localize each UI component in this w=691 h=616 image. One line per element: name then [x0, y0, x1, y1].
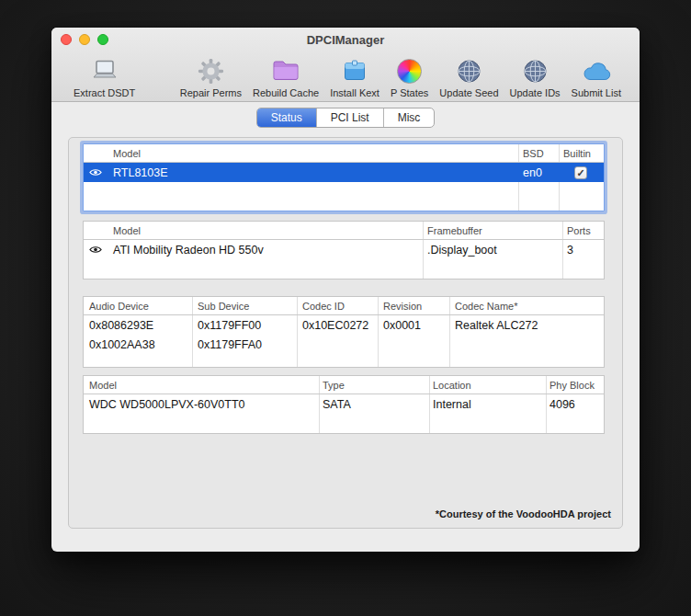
header-audio-device[interactable]: Audio Device [84, 301, 192, 312]
voodoohda-credit-note: *Courtesy of the VoodooHDA project [436, 508, 611, 519]
header-builtin[interactable]: Builtin [558, 148, 604, 159]
table-row[interactable]: ATI Mobility Radeon HD 550v .Display_boo… [84, 240, 604, 259]
audio-table-header: Audio Device Sub Device Codec ID Revisio… [84, 297, 604, 315]
storage-phy-value: 4096 [544, 398, 604, 411]
traffic-lights [61, 34, 108, 45]
folder-icon [272, 56, 300, 86]
header-phy-block[interactable]: Phy Block [544, 380, 604, 391]
status-panel: Model BSD Builtin RTL8103E en0 ✓ [68, 137, 623, 529]
rebuild-cache-button[interactable]: Rebuild Cache [247, 52, 324, 98]
table-row[interactable]: 0x8086293E 0x1179FF00 0x10EC0272 0x0001 … [84, 315, 604, 335]
toolbar-item-label: P States [391, 87, 428, 98]
header-framebuffer[interactable]: Framebuffer [422, 225, 561, 236]
header-ports[interactable]: Ports [561, 225, 604, 236]
storage-model-value: WDC WD5000LPVX-60V0TT0 [84, 398, 317, 411]
header-location[interactable]: Location [427, 380, 544, 391]
gpu-framebuffer-value: .Display_boot [422, 244, 561, 257]
color-wheel-icon [397, 56, 422, 86]
audio-table: Audio Device Sub Device Codec ID Revisio… [83, 296, 605, 368]
globe-icon [523, 56, 548, 86]
gpu-table: Model Framebuffer Ports ATI Mobility Rad… [83, 221, 605, 279]
repair-perms-button[interactable]: Repair Perms [175, 52, 247, 98]
toolbar-item-label: Submit List [572, 87, 621, 98]
toolbar-item-label: Rebuild Cache [253, 87, 319, 98]
storage-type-value: SATA [317, 398, 427, 411]
header-model[interactable]: Model [84, 380, 317, 391]
header-codec-id[interactable]: Codec ID [297, 301, 378, 312]
header-revision[interactable]: Revision [378, 301, 449, 312]
gear-icon [198, 56, 224, 86]
audio-revision-value: 0x0001 [378, 319, 449, 332]
header-model[interactable]: Model [108, 225, 422, 236]
extract-dsdt-button[interactable]: Extract DSDT [68, 52, 141, 98]
header-model[interactable]: Model [108, 148, 517, 159]
audio-sub-device-value: 0x1179FFA0 [192, 338, 297, 351]
network-model-value: RTL8103E [108, 166, 517, 179]
storage-table-header: Model Type Location Phy Block [84, 376, 604, 394]
header-bsd[interactable]: BSD [517, 148, 558, 159]
header-codec-name[interactable]: Codec Name* [449, 301, 604, 312]
eye-icon[interactable] [84, 167, 108, 177]
submit-list-button[interactable]: Submit List [566, 52, 627, 98]
tab-pci-list[interactable]: PCI List [316, 108, 383, 127]
audio-device-value: 0x1002AA38 [84, 338, 192, 351]
window-chrome: DPCIManager Extract DSDT [51, 28, 640, 102]
app-window: DPCIManager Extract DSDT [51, 28, 640, 552]
window-content: Status PCI List Misc Model BSD Builtin [51, 108, 640, 529]
table-row[interactable]: RTL8103E en0 ✓ [84, 163, 604, 182]
package-icon [343, 56, 367, 86]
title-bar: DPCIManager [51, 28, 640, 51]
audio-codec-id-value: 0x10EC0272 [297, 319, 378, 332]
gpu-table-header: Model Framebuffer Ports [84, 222, 604, 240]
header-sub-device[interactable]: Sub Device [192, 301, 297, 312]
audio-codec-name-value: Realtek ALC272 [449, 319, 604, 332]
window-title: DPCIManager [307, 33, 385, 47]
tab-misc[interactable]: Misc [383, 108, 435, 127]
audio-device-value: 0x8086293E [84, 319, 192, 332]
update-ids-button[interactable]: Update IDs [504, 52, 566, 98]
cloud-icon [582, 56, 611, 86]
builtin-checkbox[interactable]: ✓ [574, 166, 587, 179]
tab-bar: Status PCI List Misc [68, 108, 623, 128]
audio-sub-device-value: 0x1179FF00 [192, 319, 297, 332]
globe-icon [457, 56, 481, 86]
install-kext-button[interactable]: Install Kext [324, 52, 385, 98]
table-row[interactable]: WDC WD5000LPVX-60V0TT0 SATA Internal 409… [84, 394, 604, 414]
toolbar-item-label: Update IDs [510, 87, 561, 98]
builtin-cell: ✓ [558, 166, 604, 179]
table-row[interactable]: 0x1002AA38 0x1179FFA0 [84, 335, 604, 354]
toolbar: Extract DSDT Repair [51, 51, 640, 101]
p-states-button[interactable]: P States [385, 52, 434, 98]
minimize-button[interactable] [79, 34, 90, 45]
header-type[interactable]: Type [317, 380, 427, 391]
close-button[interactable] [61, 34, 72, 45]
zoom-button[interactable] [97, 34, 108, 45]
toolbar-item-label: Repair Perms [180, 87, 242, 98]
eye-icon[interactable] [84, 245, 108, 255]
gpu-model-value: ATI Mobility Radeon HD 550v [108, 244, 422, 257]
toolbar-item-label: Update Seed [439, 87, 498, 98]
segmented-control: Status PCI List Misc [256, 108, 436, 128]
toolbar-item-label: Install Kext [330, 87, 379, 98]
gpu-ports-value: 3 [561, 244, 604, 257]
network-bsd-value: en0 [517, 166, 558, 179]
tab-status[interactable]: Status [257, 108, 316, 127]
storage-location-value: Internal [427, 398, 544, 411]
storage-table: Model Type Location Phy Block WDC WD5000… [83, 375, 605, 434]
toolbar-item-label: Extract DSDT [74, 87, 135, 98]
network-table-header: Model BSD Builtin [84, 144, 604, 163]
network-table: Model BSD Builtin RTL8103E en0 ✓ [83, 143, 605, 211]
laptop-icon [91, 56, 119, 86]
update-seed-button[interactable]: Update Seed [434, 52, 504, 98]
